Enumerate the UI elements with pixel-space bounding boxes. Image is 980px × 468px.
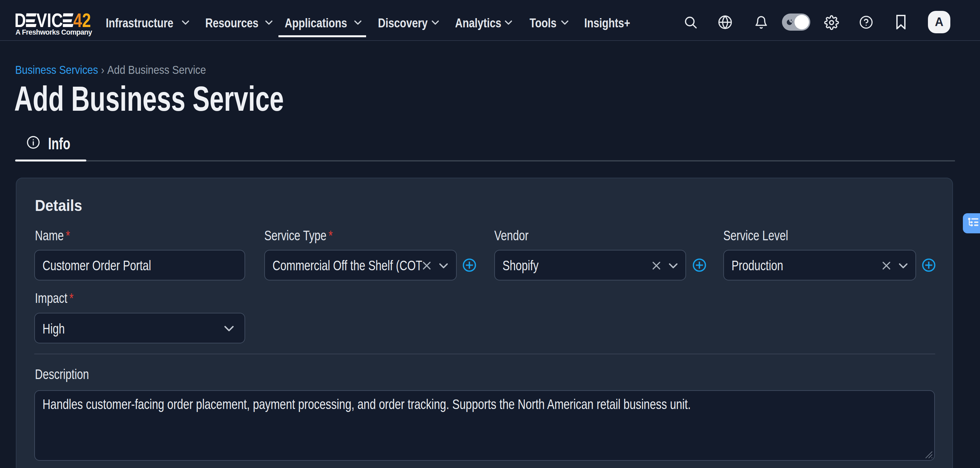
svg-text:A Freshworks Company: A Freshworks Company [16, 28, 92, 36]
